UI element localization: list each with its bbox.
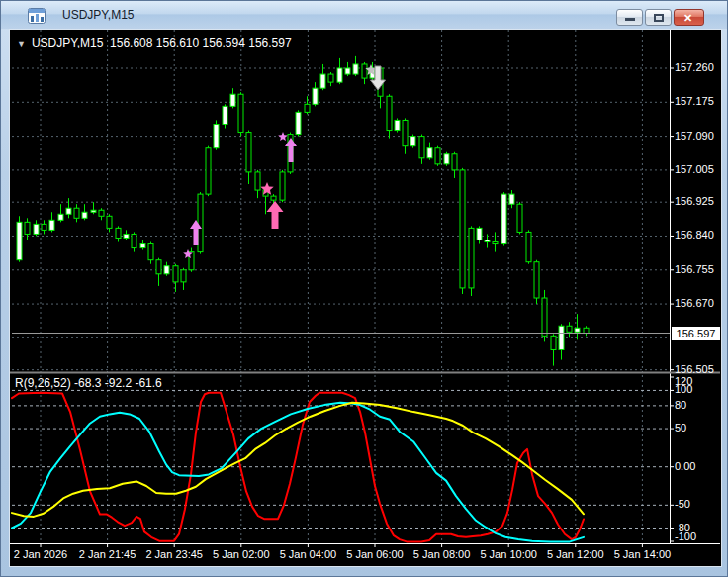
indicator-tick-label: -50 <box>675 498 690 510</box>
restore-button[interactable] <box>645 9 672 26</box>
price-tick-label: 157.090 <box>675 130 714 142</box>
price-tick-label: 157.260 <box>675 61 714 73</box>
close-icon: ✕ <box>683 13 692 24</box>
price-tick-label: 156.755 <box>675 263 714 275</box>
price-tick-label: 156.840 <box>675 229 714 240</box>
chart-window-icon <box>28 8 46 24</box>
time-tick-label: 5 Jan 14:00 <box>614 548 672 560</box>
symbol-ohlc-header: ▼USDJPY,M15 156.608 156.610 156.594 156.… <box>17 36 292 49</box>
time-tick-label: 2 Jan 2026 <box>14 548 67 560</box>
price-tick-label: 156.925 <box>675 195 714 207</box>
indicator-tick-label: 0.00 <box>675 460 695 472</box>
window-title-bar[interactable]: USDJPY,M15 ✕ <box>1 1 728 29</box>
time-tick-label: 5 Jan 12:00 <box>547 548 604 560</box>
mt4-chart-window: USDJPY,M15 ✕ ▼USDJPY,M15 156.608 156.610… <box>0 0 728 577</box>
indicator-values: -68.3 -92.2 -61.6 <box>74 376 162 390</box>
minimize-icon <box>625 18 635 21</box>
time-tick-label: 5 Jan 06:00 <box>346 548 404 560</box>
collapse-quotes-icon[interactable]: ▼ <box>17 39 26 48</box>
time-tick-label: 5 Jan 08:00 <box>413 548 471 560</box>
chart-client-area[interactable] <box>9 29 722 567</box>
indicator-tick-label: 50 <box>675 422 686 433</box>
close-button[interactable]: ✕ <box>674 9 704 26</box>
indicator-tick-label: 100 <box>675 383 692 395</box>
time-tick-label: 5 Jan 04:00 <box>280 548 337 560</box>
current-price-label: 156.597 <box>672 327 720 340</box>
price-tick-label: 156.505 <box>675 363 714 375</box>
minimize-button[interactable] <box>616 9 643 26</box>
ohlc-values: 156.608 156.610 156.594 156.597 <box>110 36 292 49</box>
time-tick-label: 2 Jan 21:45 <box>79 548 136 560</box>
indicator-tick-label: 80 <box>675 399 686 411</box>
price-tick-label: 157.175 <box>675 95 714 107</box>
restore-icon <box>654 14 664 22</box>
symbol-period-label: USDJPY,M15 <box>32 36 103 49</box>
price-tick-label: 156.670 <box>675 297 714 309</box>
indicator-tick-label: -100 <box>675 530 696 542</box>
price-tick-label: 157.005 <box>675 163 714 175</box>
indicator-header: R(9,26,52) -68.3 -92.2 -61.6 <box>15 376 162 390</box>
window-title: USDJPY,M15 <box>62 8 134 22</box>
time-tick-label: 5 Jan 10:00 <box>480 548 537 560</box>
time-tick-label: 5 Jan 02:00 <box>213 548 270 560</box>
indicator-name: R(9,26,52) <box>15 376 71 390</box>
time-tick-label: 2 Jan 23:45 <box>145 548 203 560</box>
